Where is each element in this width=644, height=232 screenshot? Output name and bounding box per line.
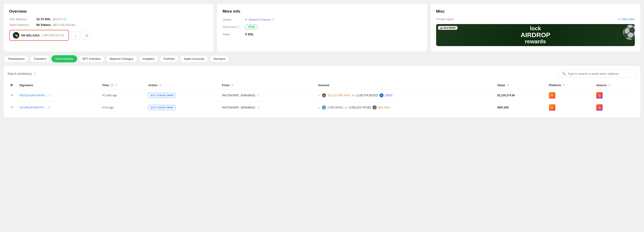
col-from-header: From ▽ — [219, 81, 315, 89]
tab-transfers[interactable]: Transfers — [30, 55, 50, 62]
swap-icon: ⇄ — [352, 94, 354, 97]
activities-table: ⚙ Signature Time 🕐 ▽ Action ▽ — [7, 81, 637, 114]
swap-icon: ⇄ — [345, 106, 348, 109]
copy-icon[interactable]: ⊡ — [48, 106, 50, 109]
signature-link[interactable]: 5Dx5Qxnd4xX38c6V... — [19, 94, 47, 97]
from-cell: VeCC9srSER...kD9vddhi2z ⊡ — [219, 89, 315, 102]
from-address: VeCC9srSER...kD9vddhi2z — [222, 94, 255, 97]
table-header: ⚙ Signature Time 🕐 ▽ Action ▽ — [7, 81, 637, 89]
isoncurve-row: isOnCurve ⓘ TRUE — [222, 25, 421, 29]
from-copy-icon[interactable]: ⊡ — [257, 94, 260, 97]
token-icon-usdc: $ — [380, 93, 384, 98]
banner-wallet-text: Best Wallet — [444, 27, 456, 29]
system-program-link[interactable]: ≡ System Program ⊡ — [245, 17, 274, 21]
private-name-label: Private name — [436, 17, 462, 21]
col-action-header: Action ▽ — [146, 81, 219, 89]
overview-card: Overview SOL Balance 12.73 SOL ($3,073.1… — [4, 4, 213, 52]
copy-icon[interactable]: ⊡ — [49, 94, 51, 97]
search-input[interactable] — [568, 72, 633, 75]
col-value-header: Value ▽ — [494, 81, 546, 89]
stake-label: Stake — [222, 32, 243, 36]
info-icon: ⓘ — [33, 72, 36, 76]
more-info-card: More info Owner ≡ System Program ⊡ isOnC… — [217, 4, 427, 52]
time-filter-icon[interactable]: ▽ — [116, 84, 117, 87]
search-box[interactable]: 🔍 — [558, 70, 637, 78]
banner-image: 👛 Best Wallet lock AIRDROP rewards ⚽ — [436, 24, 635, 46]
value-cell: $2,139,274.56 — [494, 89, 546, 102]
misc-card: Misc Private name ✏ Add notes 👛 Best Wal… — [431, 4, 640, 52]
tab-transactions[interactable]: Transactions — [4, 55, 28, 62]
sol-balance-label: SOL Balance — [9, 17, 34, 21]
total-activities-text: Total 8 activities(s) — [7, 72, 32, 75]
table-section: Total 8 activities(s) ⓘ 🔍 ⚙ Signature Ti… — [4, 66, 640, 117]
stake-value: 0 SOL — [245, 32, 254, 36]
time-cell: 41 mins ago — [99, 89, 146, 102]
tabs-bar: Transactions Transfers Defi Activities N… — [0, 55, 644, 64]
token-amount: (~$64,900,010.34) — [42, 34, 64, 37]
search-icon: 🔍 — [562, 72, 566, 75]
signature-cell: 4JCa9Ke9uNRdT4T... ⊡ — [16, 102, 99, 114]
from-address: VeCC9srSER...kD9vddhi2z — [222, 106, 255, 109]
table-row: 👁 4JCa9Ke9uNRdT4T... ⊡ 4 hrs ago AGG TOK… — [7, 102, 637, 114]
eye-button[interactable]: 👁 — [10, 93, 14, 97]
source-icon: ||| — [596, 92, 603, 99]
eye-cell: 👁 — [7, 102, 16, 114]
add-notes-button[interactable]: ✏ Add notes — [618, 17, 635, 21]
col-eye-header: ⚙ — [7, 81, 16, 89]
amount-in-token: 2,500 WSOL — [328, 106, 343, 109]
sol-balance-value: 12.73 SOL — [36, 17, 51, 21]
signature-link[interactable]: 4JCa9Ke9uNRdT4T... — [19, 106, 46, 109]
amount-in-token: 203,223 MELANIA — [328, 94, 350, 97]
col-amount-header: Amount — [315, 81, 494, 89]
amount-cell: ✓ ◎ 2,500 WSOL ⇄ 5,203,223.797285 M MELA… — [315, 102, 494, 114]
misc-title: Misc — [436, 9, 635, 14]
tab-balance-changes[interactable]: Balance Changes — [106, 55, 137, 62]
table-row: 👁 5Dx5Qxnd4xX38c6V... ⊡ 41 mins ago AGG … — [7, 89, 637, 102]
copy-icon[interactable]: ⊡ — [272, 18, 274, 21]
tab-defi-activities[interactable]: Defi Activities — [52, 55, 77, 62]
platform-filter-icon[interactable]: ▽ — [563, 84, 564, 87]
token-balance-row: Token Balance 59 Tokens ($67,039,336.08) — [9, 23, 208, 27]
action-badge: AGG TOKEN SWAP — [148, 105, 176, 110]
from-copy-icon[interactable]: ⊡ — [257, 106, 260, 109]
source-filter-icon[interactable]: ▽ — [608, 84, 610, 87]
banner-decoration: ⚽ — [622, 24, 635, 40]
token-name: 5M MELANIA — [21, 34, 40, 37]
action-cell: AGG TOKEN SWAP — [146, 89, 219, 102]
banner-text: lock AIRDROP rewards — [521, 25, 550, 45]
overview-title: Overview — [9, 9, 208, 14]
tab-domains[interactable]: Domains — [210, 55, 229, 62]
tab-portfolio[interactable]: Portfolio — [160, 55, 179, 62]
table-header-row: Total 8 activities(s) ⓘ 🔍 — [7, 70, 637, 78]
action-cell: AGG TOKEN SWAP — [146, 102, 219, 114]
owner-row: Owner ≡ System Program ⊡ — [222, 17, 421, 21]
token-balance-label: Token Balance — [9, 23, 34, 27]
from-cell: VeCC9srSER...kD9vddhi2z ⊡ — [219, 102, 315, 114]
source-cell: ||| — [594, 89, 637, 102]
token-badge[interactable]: 🎭 5M MELANIA (~$64,900,010.34) — [9, 30, 69, 41]
action-filter-icon[interactable]: ▽ — [160, 84, 161, 87]
col-signature-header: Signature — [16, 81, 99, 89]
stake-row: Stake 0 SOL — [222, 32, 421, 36]
eye-button[interactable]: 👁 — [10, 106, 14, 109]
banner-wallet-badge: 👛 Best Wallet — [438, 26, 458, 30]
pencil-icon: ✏ — [618, 17, 620, 21]
token-copy-button[interactable]: ⊡ — [82, 31, 92, 40]
clock-icon: 🕐 — [110, 84, 114, 87]
col-time-header: Time 🕐 ▽ — [99, 81, 146, 89]
amount-out-qty: 5,203,223.797285 — [349, 106, 371, 109]
isoncurve-label: isOnCurve ⓘ — [222, 25, 243, 29]
col-source-header: Source ▽ — [594, 81, 637, 89]
tab-analytics[interactable]: Analytics — [139, 55, 158, 62]
platform-cell: ≋ — [546, 89, 594, 102]
tab-nft-activities[interactable]: NFT Activities — [78, 55, 104, 62]
value-filter-icon[interactable]: ▽ — [507, 84, 509, 87]
sol-balance-row: SOL Balance 12.73 SOL ($3,073.1) — [9, 17, 208, 21]
platform-cell: ≋ — [546, 102, 594, 114]
tab-stake-accounts[interactable]: Stake Accounts — [180, 55, 208, 62]
col-platform-header: Platform ▽ — [546, 81, 594, 89]
eye-cell: 👁 — [7, 89, 16, 102]
banner-line3: rewards — [521, 38, 550, 44]
from-filter-icon[interactable]: ▽ — [231, 84, 233, 87]
token-dropdown-button[interactable]: ⌄ — [71, 31, 80, 40]
